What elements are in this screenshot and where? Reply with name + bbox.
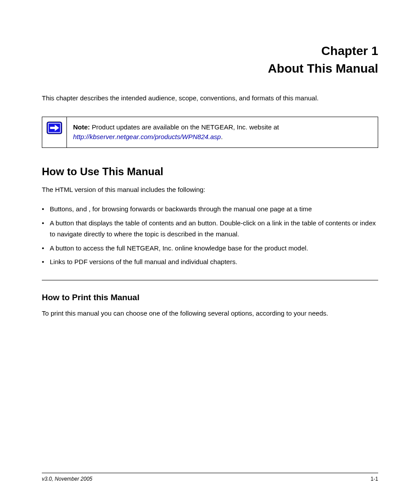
chapter-label: Chapter 1 <box>42 44 378 58</box>
list-item: Buttons, and , for browsing forwards or … <box>42 203 378 215</box>
document-page: Chapter 1 About This Manual This chapter… <box>0 0 420 318</box>
arrow-right-icon <box>47 121 62 134</box>
section-heading-audience: How to Use This Manual <box>42 166 378 178</box>
list-item: A button to access the full NETGEAR, Inc… <box>42 243 378 254</box>
intro-paragraph: This chapter describes the intended audi… <box>42 93 378 103</box>
note-text-after: . <box>221 133 223 140</box>
section-heading-printing: How to Print this Manual <box>42 293 378 302</box>
list-item: Links to PDF versions of the full manual… <box>42 256 378 268</box>
note-text: Note: Product updates are available on t… <box>67 117 378 147</box>
footer-page-number: 1-1 <box>371 476 378 482</box>
note-callout: Note: Product updates are available on t… <box>42 117 378 148</box>
section-divider <box>42 280 378 280</box>
note-text-before: Product updates are available on the NET… <box>90 123 279 131</box>
list-item: A button that displays the table of cont… <box>42 217 378 240</box>
note-icon-cell <box>42 117 67 147</box>
note-link[interactable]: http://kbserver.netgear.com/products/WPN… <box>73 133 221 140</box>
how-to-use-text: The HTML version of this manual includes… <box>42 185 378 195</box>
note-bold-prefix: Note: <box>73 123 90 131</box>
printing-text: To print this manual you can choose one … <box>42 309 378 319</box>
chapter-title: About This Manual <box>42 62 378 76</box>
footer-version: v3.0, November 2005 <box>42 476 92 482</box>
page-footer: v3.0, November 2005 1-1 <box>42 473 378 482</box>
features-list: Buttons, and , for browsing forwards or … <box>42 203 378 268</box>
